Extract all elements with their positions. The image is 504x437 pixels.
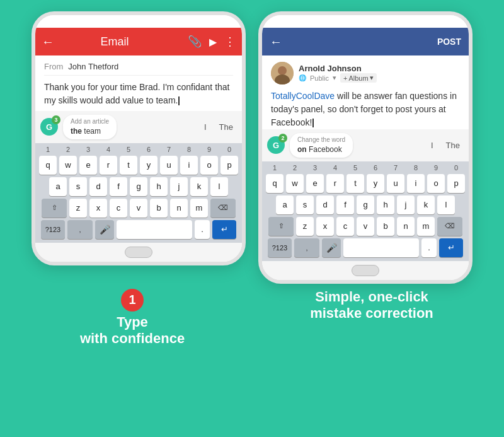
back-icon[interactable]: ←	[42, 35, 54, 49]
key-m[interactable]: m	[190, 199, 208, 218]
key-g[interactable]: g	[130, 177, 147, 196]
fb-key-v[interactable]: v	[357, 217, 374, 236]
email-suggest-label: Add an article	[71, 117, 109, 126]
key-s[interactable]: s	[69, 177, 87, 196]
key-comma[interactable]: ,	[67, 220, 93, 239]
fb-key-nums[interactable]: ?123	[268, 238, 292, 257]
fb-key-u[interactable]: u	[387, 174, 404, 193]
fb-post-label[interactable]: POST	[437, 37, 461, 47]
fb-key-n[interactable]: n	[397, 217, 415, 236]
fb-key-comma[interactable]: ,	[294, 238, 319, 257]
fb-key-g[interactable]: g	[357, 195, 374, 214]
key-l[interactable]: l	[210, 177, 228, 196]
key-mic[interactable]: 🎤	[95, 220, 114, 239]
key-k[interactable]: k	[190, 177, 208, 196]
email-suggest-i[interactable]: I	[200, 122, 210, 132]
key-n[interactable]: n	[170, 199, 188, 218]
fb-key-y[interactable]: y	[367, 174, 384, 193]
key-enter[interactable]: ↵	[212, 220, 236, 239]
email-phone: ← Email 📎 ▶ ⋮ From John Thetford Thank y…	[32, 11, 246, 265]
fb-user-info: Arnold Johnson 🌐 Public ▾ + Album ▾	[299, 64, 377, 83]
attach-icon[interactable]: 📎	[188, 35, 202, 49]
fb-post-text[interactable]: TotallyCoolDave will be answer fan quest…	[271, 90, 460, 129]
fb-key-z[interactable]: z	[296, 217, 314, 236]
fb-key-space[interactable]	[343, 238, 419, 257]
grammarly-badge-fb[interactable]: G 2	[267, 136, 285, 154]
grammarly-badge-email[interactable]: G 3	[40, 118, 58, 136]
key-h[interactable]: h	[150, 177, 168, 196]
fb-key-t[interactable]: t	[346, 174, 364, 193]
fb-key-e[interactable]: e	[306, 174, 324, 193]
email-title: Email	[60, 35, 169, 49]
key-shift[interactable]: ⇧	[42, 199, 67, 218]
key-d[interactable]: d	[89, 177, 107, 196]
fb-key-r[interactable]: r	[326, 174, 344, 193]
key-f[interactable]: f	[110, 177, 127, 196]
key-e[interactable]: e	[79, 156, 97, 175]
key-i[interactable]: i	[180, 156, 198, 175]
fb-key-l[interactable]: l	[437, 195, 455, 214]
key-dot[interactable]: .	[195, 220, 210, 239]
fb-key-w[interactable]: w	[286, 174, 304, 193]
email-text[interactable]: Thank you for your time Brad. I'm confid…	[44, 81, 233, 111]
key-p[interactable]: p	[220, 156, 238, 175]
fb-album-btn[interactable]: + Album ▾	[340, 73, 377, 83]
email-suggest-the[interactable]: The	[215, 122, 237, 132]
fb-suggest-label: Change the word	[297, 136, 345, 144]
key-j[interactable]: j	[170, 177, 188, 196]
fb-key-mic[interactable]: 🎤	[322, 238, 341, 257]
fb-key-a[interactable]: a	[276, 195, 294, 214]
fb-key-f[interactable]: f	[336, 195, 354, 214]
key-z[interactable]: z	[69, 199, 87, 218]
email-suggestion-text[interactable]: Add an article the team	[63, 115, 117, 139]
key-x[interactable]: x	[89, 199, 107, 218]
fb-suggest-i[interactable]: I	[427, 141, 437, 150]
fb-key-p[interactable]: p	[447, 174, 465, 193]
key-a[interactable]: a	[49, 177, 67, 196]
key-space[interactable]	[117, 220, 192, 239]
fb-key-i[interactable]: i	[407, 174, 425, 193]
fb-phone-bottom	[262, 261, 469, 280]
fb-key-c[interactable]: c	[336, 217, 354, 236]
fb-key-x[interactable]: x	[316, 217, 334, 236]
fb-key-m[interactable]: m	[417, 217, 435, 236]
fb-suggest-value: on Facebook	[297, 145, 342, 154]
fb-key-d[interactable]: d	[316, 195, 334, 214]
fb-key-shift[interactable]: ⇧	[268, 217, 294, 236]
fb-body: Arnold Johnson 🌐 Public ▾ + Album ▾ Tota…	[262, 55, 469, 129]
fb-key-b[interactable]: b	[377, 217, 394, 236]
key-r[interactable]: r	[100, 156, 117, 175]
key-backspace[interactable]: ⌫	[210, 199, 236, 218]
fb-key-backspace[interactable]: ⌫	[437, 217, 462, 236]
fb-key-dot[interactable]: .	[421, 238, 437, 257]
fb-suggestion-text[interactable]: Change the word on Facebook	[290, 133, 353, 158]
key-c[interactable]: c	[110, 199, 127, 218]
key-y[interactable]: y	[140, 156, 158, 175]
home-button-fb[interactable]	[352, 265, 379, 276]
home-button-email[interactable]	[125, 247, 152, 258]
fb-key-s[interactable]: s	[296, 195, 314, 214]
fb-back-icon[interactable]: ←	[270, 35, 437, 49]
send-icon[interactable]: ▶	[209, 36, 217, 48]
fb-key-k[interactable]: k	[417, 195, 435, 214]
key-q[interactable]: q	[39, 156, 57, 175]
key-b[interactable]: b	[150, 199, 168, 218]
key-nums[interactable]: ?123	[41, 220, 65, 239]
fb-dropdown-icon[interactable]: ▾	[333, 74, 336, 82]
key-t[interactable]: t	[120, 156, 137, 175]
fb-public-label[interactable]: Public	[310, 74, 329, 82]
key-u[interactable]: u	[160, 156, 178, 175]
key-o[interactable]: o	[200, 156, 218, 175]
fb-key-enter[interactable]: ↵	[439, 238, 463, 257]
fb-key-h[interactable]: h	[377, 195, 394, 214]
fb-key-j[interactable]: j	[397, 195, 415, 214]
fb-key-o[interactable]: o	[427, 174, 445, 193]
key-w[interactable]: w	[59, 156, 77, 175]
fb-key-q[interactable]: q	[266, 174, 284, 193]
fb-highlight: TotallyCoolDave	[271, 91, 335, 101]
kb-row1-fb: q w e r t y u i o p	[263, 174, 467, 193]
fb-suggest-the[interactable]: The	[442, 141, 464, 150]
key-v[interactable]: v	[130, 199, 147, 218]
email-phone-bottom	[35, 243, 242, 262]
more-icon[interactable]: ⋮	[224, 35, 236, 49]
